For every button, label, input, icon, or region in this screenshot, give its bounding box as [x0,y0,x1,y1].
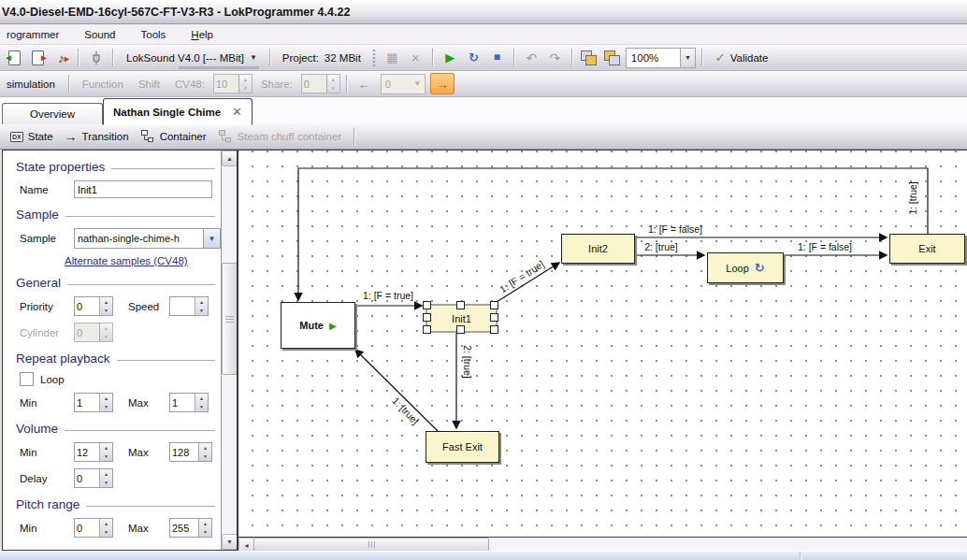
repeat-min-value[interactable] [75,394,99,411]
selection-handle[interactable] [456,301,465,309]
chevron-down-icon[interactable]: ▼ [203,229,220,248]
volume-max-value[interactable] [170,443,198,461]
volume-max-spinner[interactable]: ▲▼ [169,442,212,462]
spin-down-icon[interactable]: ▼ [195,403,208,412]
tab-nathan-single-chime[interactable]: Nathan Single Chime ✕ [103,98,253,125]
selection-handle[interactable] [423,301,431,309]
delay-spinner[interactable]: ▲▼ [74,468,113,488]
selection-handle[interactable] [456,325,465,334]
section-volume: Volume [16,422,215,436]
spin-down-icon[interactable]: ▼ [199,452,211,462]
toolbar-grip[interactable] [371,50,377,66]
repeat-max-value[interactable] [170,394,195,411]
spin-up-icon[interactable]: ▲ [195,394,208,403]
spin-up-icon[interactable]: ▲ [195,297,208,307]
state-name-input[interactable] [74,180,212,198]
state-diagram-canvas[interactable]: 1: [true]1: [F = true]1: [F = true]1: [F… [238,151,967,537]
status-divider [800,552,802,560]
menu-programmer[interactable]: rogrammer [0,27,67,42]
send-to-back-icon[interactable] [602,48,624,67]
speed-spinner[interactable]: ▲▼ [169,296,209,316]
step-back-button[interactable]: ← [354,74,376,93]
add-state-tool[interactable]: DX State [7,129,56,144]
step-forward-button[interactable]: → [430,73,455,94]
scroll-down-icon[interactable]: ▼ [222,534,238,550]
priority-spinner[interactable]: ▲▼ [74,296,113,316]
section-state-properties: State properties [16,160,215,174]
state-node-init2[interactable]: Init2 [561,234,635,264]
menu-sound[interactable]: Sound [76,27,123,42]
spin-down-icon[interactable]: ▼ [100,479,112,488]
selection-handle[interactable] [490,313,498,322]
selection-handle[interactable] [423,313,431,322]
decoder-type-dropdown[interactable]: LokSound V4.0 [--- MBit] ▼ [120,48,264,68]
pitch-max-value[interactable] [170,519,198,537]
close-tab-icon[interactable]: ✕ [232,105,242,119]
bring-to-front-icon[interactable] [579,48,600,67]
zoom-combobox[interactable]: 100% ▼ [626,48,696,68]
spin-up-icon[interactable]: ▲ [100,443,112,452]
spin-up-icon[interactable]: ▲ [199,519,211,528]
stop-icon[interactable]: ■ [486,48,508,67]
play-simulation-icon[interactable]: ▶ [440,48,461,67]
spin-down-icon[interactable]: ▼ [100,452,112,462]
menu-tools[interactable]: Tools [133,27,175,42]
priority-value[interactable] [75,297,99,315]
add-container-tool[interactable]: Container [137,127,209,146]
chevron-down-icon[interactable]: ▼ [680,49,695,67]
spin-up-icon[interactable]: ▲ [199,443,211,452]
transition-edge[interactable] [355,350,438,431]
state-node-mute[interactable]: Mute▶ [281,302,355,349]
pitch-min-spinner[interactable]: ▲▼ [74,518,113,538]
loop-checkbox[interactable] [20,372,34,386]
volume-min-value[interactable] [75,443,99,461]
spin-down-icon[interactable]: ▼ [199,528,211,538]
redo-icon[interactable]: ↷ [544,48,566,67]
pitch-max-spinner[interactable]: ▲▼ [169,518,212,538]
scrollbar-thumb[interactable] [253,538,489,552]
spin-down-icon[interactable]: ▼ [100,307,112,316]
read-from-decoder-icon[interactable]: ◄ [4,48,25,67]
state-node-loop[interactable]: Loop↻ [707,252,784,283]
selection-handle[interactable] [490,325,498,334]
state-node-label: Init2 [588,243,608,254]
title-bar[interactable]: V4.0-Diesel-EMD-16cyl-567C-FT-V3-R3 - Lo… [0,0,967,24]
scrollbar-thumb[interactable] [222,263,238,375]
programmer-connection-icon[interactable] [85,48,107,67]
spin-up-icon[interactable]: ▲ [100,297,112,307]
scroll-up-icon[interactable]: ▲ [222,151,238,166]
alternate-samples-link[interactable]: Alternate samples (CV48) [65,255,188,266]
transition-label: 1: [F = true] [498,258,546,295]
add-transition-tool[interactable]: → Transition [62,129,132,144]
state-node-init1[interactable]: Init1 [426,304,498,333]
sample-combobox[interactable]: nathan-single-chime-h ▼ [74,228,221,249]
panel-vertical-scrollbar[interactable]: ▲ ▼ [221,151,237,550]
spin-down-icon[interactable]: ▼ [100,528,112,538]
speed-value[interactable] [170,297,195,315]
state-node-exit[interactable]: Exit [889,234,965,264]
spin-up-icon[interactable]: ▲ [100,394,112,403]
menu-help[interactable]: Help [182,27,222,42]
volume-min-spinner[interactable]: ▲▼ [74,442,113,462]
tab-overview[interactable]: Overview [2,103,103,124]
write-sound-icon[interactable]: ♪► [51,48,72,67]
share-label-disabled: Share: [254,79,299,90]
selection-handle[interactable] [423,325,431,334]
spin-up-icon[interactable]: ▲ [100,519,112,528]
selection-handle[interactable] [490,301,498,309]
repeat-min-spinner[interactable]: ▲▼ [74,393,113,412]
play-icon: ▶ [329,321,337,331]
undo-icon[interactable]: ↶ [521,48,542,67]
state-node-fast-exit[interactable]: Fast Exit [426,431,499,463]
spin-down-icon[interactable]: ▼ [100,403,112,412]
transition-label: 1: [F = false] [648,223,702,235]
spin-up-icon[interactable]: ▲ [100,469,112,479]
separator [269,49,271,66]
repeat-max-spinner[interactable]: ▲▼ [169,393,209,412]
spin-down-icon[interactable]: ▼ [195,307,208,316]
pitch-min-value[interactable] [75,519,99,537]
delay-value[interactable] [75,469,99,487]
validate-button[interactable]: ✓ Validate [709,50,775,65]
write-to-decoder-icon[interactable]: ► [27,48,49,67]
loop-playback-icon[interactable]: ↻ [463,48,484,67]
